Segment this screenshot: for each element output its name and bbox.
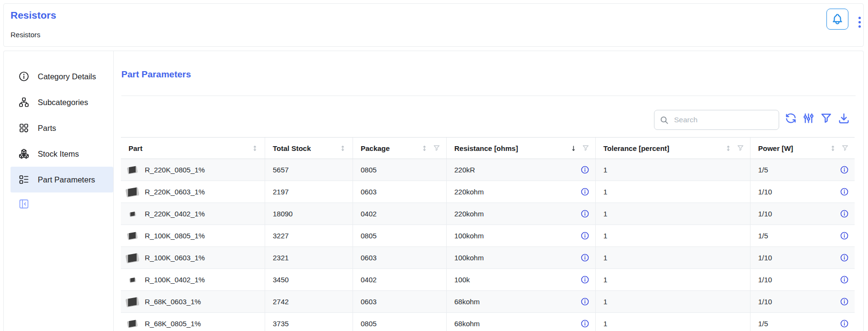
table-row[interactable]: R_100K_0402_1% 3450 0402 100k 1 1/10 [121,269,855,291]
table-row[interactable]: R_220K_0402_1% 18090 0402 220kohm 1 1/10 [121,203,855,225]
package-cell: 0402 [353,203,447,224]
table-search [654,110,779,130]
parameter-info-button[interactable] [840,231,849,240]
sidebar-item-stock-items[interactable]: Stock Items [11,141,113,167]
part-name[interactable]: R_220K_0603_1% [145,188,205,196]
resistance-cell: 220kohm [447,203,596,224]
info-circle-icon [840,187,849,196]
parameter-info-button[interactable] [580,209,589,218]
table-row[interactable]: R_220K_0805_1% 5657 0805 220kR 1 1/5 [121,159,855,181]
parameter-info-button[interactable] [840,209,849,218]
info-circle-icon [840,275,849,284]
sidebar-item-category-details[interactable]: Category Details [11,64,113,89]
parameter-info-button[interactable] [840,297,849,306]
refresh-button[interactable] [784,112,797,125]
parameter-info-button[interactable] [580,187,589,196]
parameter-info-button[interactable] [580,319,589,328]
table-row[interactable]: R_68K_0603_1% 2742 0603 68kohm 1 1/10 [121,291,855,313]
parameter-info-button[interactable] [580,165,589,174]
table-row[interactable]: R_100K_0603_1% 2321 0603 100kohm 1 1/10 [121,247,855,269]
resistor-chip-image [127,166,138,173]
part-name[interactable]: R_100K_0402_1% [145,276,205,284]
filter-icon [820,112,833,125]
table-row[interactable]: R_100K_0805_1% 3227 0805 100kohm 1 1/5 [121,225,855,247]
bell-icon [831,13,844,25]
package-cell: 0805 [353,159,447,181]
part-thumbnail [125,162,140,178]
part-name[interactable]: R_100K_0805_1% [145,232,205,240]
adjustments-icon [802,112,815,125]
sidebar-item-part-parameters[interactable]: Part Parameters [11,167,113,192]
parameter-info-button[interactable] [840,275,849,284]
table-row[interactable]: R_68K_0805_1% 3735 0805 68kohm 1 1/5 [121,313,855,331]
search-icon [659,115,669,125]
part-thumbnail [125,294,140,310]
main-panel: Category Details Subcategories Parts S [3,51,864,331]
parameter-info-button[interactable] [580,275,589,284]
column-header-power[interactable]: Power [W] [750,138,855,159]
total-stock-cell: 2321 [265,247,353,268]
dots-vertical-icon [858,17,861,19]
package-cell: 0402 [353,269,447,290]
sidebar-item-label: Category Details [38,72,96,81]
column-filter-icon[interactable] [841,144,849,152]
sitemap-icon [18,96,30,108]
parameter-info-button[interactable] [580,297,589,306]
part-cell: R_220K_0402_1% [121,203,265,224]
overflow-menu-button[interactable] [855,12,864,32]
part-name[interactable]: R_100K_0603_1% [145,254,205,262]
sidebar-item-label: Part Parameters [38,175,95,184]
column-filter-icon[interactable] [737,144,744,152]
power-cell: 1/5 [750,225,855,246]
column-header-package[interactable]: Package [353,138,447,159]
download-button[interactable] [837,112,850,125]
parameter-info-button[interactable] [580,231,589,240]
part-cell: R_220K_0603_1% [121,181,265,203]
column-header-total-stock[interactable]: Total Stock [265,138,353,159]
total-stock-cell: 2742 [265,291,353,312]
column-header-resistance[interactable]: Resistance [ohms] [447,138,596,159]
breadcrumb[interactable]: Resistors [11,31,41,39]
resistor-chip-image [127,232,138,239]
parameter-info-button[interactable] [580,253,589,262]
parameter-info-button[interactable] [840,187,849,196]
tolerance-cell: 1 [596,203,750,224]
notifications-button[interactable] [826,9,848,30]
category-icon [18,122,30,134]
parameter-info-button[interactable] [840,319,849,328]
column-header-part[interactable]: Part [121,138,265,159]
part-name[interactable]: R_68K_0805_1% [145,320,201,328]
parameter-info-button[interactable] [840,165,849,174]
column-header-tolerance[interactable]: Tolerance [percent] [596,138,750,159]
part-name[interactable]: R_220K_0402_1% [145,210,205,218]
package-cell: 0603 [353,247,447,268]
tolerance-cell: 1 [596,247,750,268]
column-filter-icon[interactable] [433,144,440,152]
part-cell: R_68K_0603_1% [121,291,265,312]
sidebar-item-parts[interactable]: Parts [11,115,113,141]
parameter-info-button[interactable] [840,253,849,262]
column-filter-icon[interactable] [582,144,589,152]
tolerance-cell: 1 [596,269,750,290]
table-filters-button[interactable] [820,112,833,125]
info-circle-icon [580,187,589,196]
sort-icon [339,144,347,152]
info-circle-icon [580,209,589,218]
resistance-cell: 100k [447,269,596,290]
part-thumbnail [125,250,140,266]
part-name[interactable]: R_220K_0805_1% [145,166,205,174]
sort-desc-icon [569,144,578,152]
sidebar-item-subcategories[interactable]: Subcategories [11,89,113,115]
sidebar-collapse-button[interactable] [18,198,30,210]
part-cell: R_100K_0603_1% [121,247,265,268]
power-cell: 1/5 [750,313,855,331]
power-cell: 1/10 [750,181,855,203]
table-row[interactable]: R_220K_0603_1% 2197 0603 220kohm 1 1/10 [121,181,855,203]
sidebar-collapse-icon [18,198,30,210]
part-cell: R_100K_0805_1% [121,225,265,246]
table-columns-button[interactable] [802,112,815,125]
part-name[interactable]: R_68K_0603_1% [145,298,201,306]
table-body: R_220K_0805_1% 5657 0805 220kR 1 1/5 [121,159,855,331]
resistance-cell: 220kohm [447,181,596,203]
search-input[interactable] [673,115,774,125]
